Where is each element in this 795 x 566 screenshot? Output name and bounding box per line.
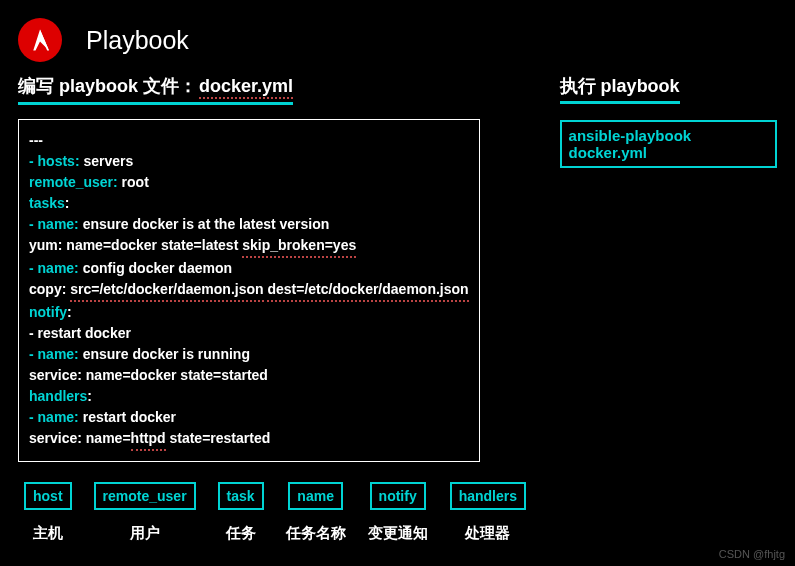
tag-key: notify	[370, 482, 426, 510]
code-line: service: name=httpd state=restarted	[29, 428, 469, 451]
left-heading: 编写 playbook 文件：docker.yml	[18, 74, 293, 105]
code-line: ---	[29, 130, 469, 151]
code-line: tasks:	[29, 193, 469, 214]
tag-col-notify: notify变更通知	[368, 482, 428, 543]
tag-key: host	[24, 482, 72, 510]
header: Playbook	[0, 0, 795, 74]
code-line: remote_user: root	[29, 172, 469, 193]
tag-label: 任务名称	[286, 524, 346, 543]
code-line: yum: name=docker state=latest skip_broke…	[29, 235, 469, 258]
tag-col-task: task任务	[218, 482, 264, 543]
tag-key: name	[288, 482, 343, 510]
tag-key: handlers	[450, 482, 526, 510]
code-line: service: name=docker state=started	[29, 365, 469, 386]
code-line: - name: config docker daemon	[29, 258, 469, 279]
ansible-command: ansible-playbook docker.yml	[560, 120, 777, 168]
tag-label: 变更通知	[368, 524, 428, 543]
right-heading: 执行 playbook	[560, 74, 680, 104]
yaml-code-box: --- - hosts: servers remote_user: root t…	[18, 119, 480, 462]
ansible-logo-icon	[18, 18, 62, 62]
tag-col-remote_user: remote_user用户	[94, 482, 196, 543]
code-line: - name: restart docker	[29, 407, 469, 428]
run-playbook-section: 执行 playbook ansible-playbook docker.yml	[560, 74, 777, 462]
heading-prefix: 编写 playbook 文件：	[18, 76, 197, 96]
tag-key: remote_user	[94, 482, 196, 510]
tag-label: 用户	[130, 524, 160, 543]
tags-row: host主机remote_user用户task任务name任务名称notify变…	[0, 462, 795, 551]
code-line: - name: ensure docker is running	[29, 344, 469, 365]
code-line: copy: src=/etc/docker/daemon.json dest=/…	[29, 279, 469, 302]
tag-label: 处理器	[465, 524, 510, 543]
page-title: Playbook	[86, 26, 189, 55]
tag-label: 主机	[33, 524, 63, 543]
code-line: - hosts: servers	[29, 151, 469, 172]
tag-col-handlers: handlers处理器	[450, 482, 526, 543]
watermark: CSDN @fhjtg	[719, 548, 785, 560]
heading-filename: docker.yml	[199, 76, 293, 99]
code-line: handlers:	[29, 386, 469, 407]
write-playbook-section: 编写 playbook 文件：docker.yml --- - hosts: s…	[18, 74, 480, 462]
tag-label: 任务	[226, 524, 256, 543]
code-line: - name: ensure docker is at the latest v…	[29, 214, 469, 235]
tag-col-name: name任务名称	[286, 482, 346, 543]
tag-col-host: host主机	[24, 482, 72, 543]
code-line: notify:	[29, 302, 469, 323]
tag-key: task	[218, 482, 264, 510]
code-line: - restart docker	[29, 323, 469, 344]
